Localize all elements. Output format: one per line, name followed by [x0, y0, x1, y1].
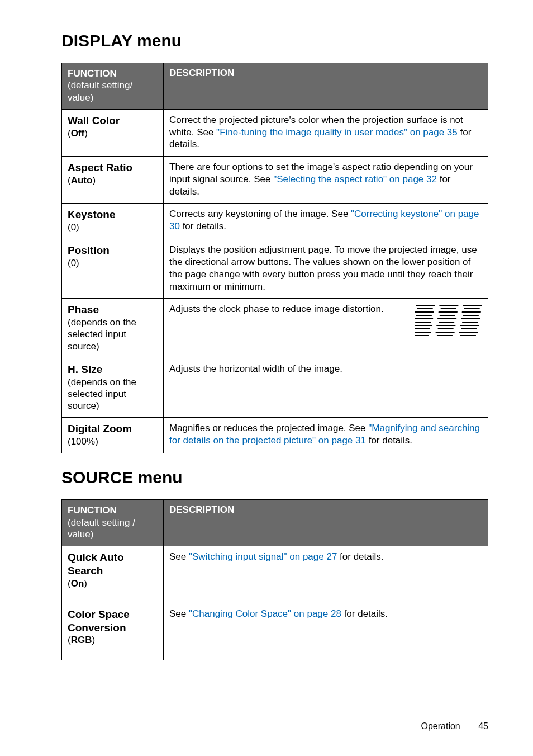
- wall-color-name: Wall Color: [68, 115, 120, 126]
- aspect-ratio-name: Aspect Ratio: [68, 162, 132, 173]
- keystone-default: (0): [68, 222, 79, 233]
- row-quick-auto-desc: See "Switching input signal" on page 27 …: [164, 546, 488, 603]
- row-keystone-desc: Corrects any keystoning of the image. Se…: [164, 204, 488, 239]
- row-keystone-func: Keystone (0): [62, 204, 164, 239]
- keystone-desc-pre: Corrects any keystoning of the image. Se…: [169, 209, 351, 219]
- row-wall-color-desc: Correct the projected picture's color wh…: [164, 109, 488, 156]
- hsize-default: (depends on the selected input source): [68, 377, 136, 412]
- hsize-name: H. Size: [68, 363, 102, 375]
- footer-page-number: 45: [478, 721, 488, 731]
- source-desc-header: DESCRIPTION: [164, 500, 488, 546]
- phase-default: (depends on the selected input source): [68, 317, 136, 352]
- color-space-desc-post: for details.: [341, 608, 388, 619]
- digital-zoom-default: (100%): [68, 436, 98, 447]
- keystone-desc-post: for details.: [180, 221, 226, 231]
- source-menu-heading: SOURCE menu: [61, 468, 488, 487]
- display-menu-heading: DISPLAY menu: [61, 31, 488, 50]
- row-aspect-ratio-desc: There are four options to set the image'…: [164, 157, 488, 204]
- func-label-2: FUNCTION: [68, 505, 117, 516]
- row-color-space-desc: See "Changing Color Space" on page 28 fo…: [164, 603, 488, 660]
- display-desc-header: DESCRIPTION: [164, 63, 488, 110]
- color-space-desc-pre: See: [169, 608, 189, 619]
- page-footer: Operation 45: [421, 721, 488, 731]
- display-menu-table: FUNCTION (default setting/ value) DESCRI…: [61, 63, 488, 453]
- row-digital-zoom-desc: Magnifies or reduces the projected image…: [164, 418, 488, 453]
- quick-auto-desc-pre: See: [169, 551, 189, 562]
- aspect-ratio-link[interactable]: "Selecting the aspect ratio" on page 32: [273, 174, 437, 185]
- func-label: FUNCTION: [68, 68, 117, 79]
- row-hsize-desc: Adjusts the horizontal width of the imag…: [164, 358, 488, 418]
- source-menu-table: FUNCTION (default setting / value) DESCR…: [61, 499, 488, 660]
- digital-zoom-name: Digital Zoom: [68, 423, 132, 434]
- row-position-func: Position (0): [62, 239, 164, 299]
- func-sub: (default setting/ value): [68, 80, 132, 102]
- row-digital-zoom-func: Digital Zoom (100%): [62, 418, 164, 453]
- digital-zoom-desc-post: for details.: [366, 435, 412, 446]
- func-sub-2: (default setting / value): [68, 517, 135, 540]
- row-position-desc: Displays the position adjustment page. T…: [164, 239, 488, 299]
- position-default: (0): [68, 258, 79, 268]
- row-phase-desc: Adjusts the clock phase to reduce image …: [164, 299, 488, 358]
- color-space-default: RGB: [71, 635, 92, 645]
- footer-section-label: Operation: [421, 721, 460, 731]
- row-color-space-func: Color Space Conversion (RGB): [62, 603, 164, 660]
- wall-color-default: Off: [71, 128, 85, 139]
- phase-name: Phase: [68, 304, 99, 315]
- quick-auto-link[interactable]: "Switching input signal" on page 27: [189, 551, 337, 562]
- aspect-ratio-default: Auto: [71, 175, 93, 186]
- row-phase-func: Phase (depends on the selected input sou…: [62, 299, 164, 358]
- quick-auto-desc-post: for details.: [337, 551, 383, 562]
- row-hsize-func: H. Size (depends on the selected input s…: [62, 358, 164, 418]
- color-space-name: Color Space Conversion: [68, 608, 130, 634]
- quick-auto-name: Quick Auto Search: [68, 551, 124, 577]
- phase-distortion-icon: [415, 303, 482, 341]
- position-name: Position: [68, 244, 110, 256]
- wall-color-link[interactable]: "Fine-tuning the image quality in user m…: [216, 127, 458, 138]
- display-func-header: FUNCTION (default setting/ value): [62, 63, 164, 110]
- digital-zoom-desc-pre: Magnifies or reduces the projected image…: [169, 423, 368, 433]
- source-func-header: FUNCTION (default setting / value): [62, 500, 164, 546]
- phase-desc-text: Adjusts the clock phase to reduce image …: [169, 304, 384, 314]
- row-wall-color-func: Wall Color (Off): [62, 109, 164, 156]
- color-space-link[interactable]: "Changing Color Space" on page 28: [189, 608, 341, 619]
- quick-auto-default: On: [71, 578, 84, 589]
- keystone-name: Keystone: [68, 209, 116, 220]
- row-aspect-ratio-func: Aspect Ratio (Auto): [62, 157, 164, 204]
- row-quick-auto-func: Quick Auto Search (On): [62, 546, 164, 603]
